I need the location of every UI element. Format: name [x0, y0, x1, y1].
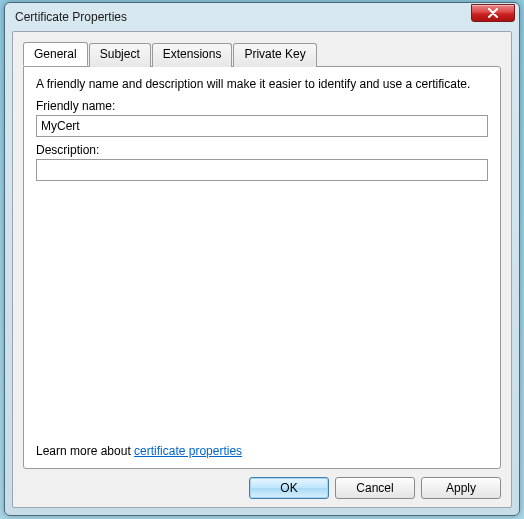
intro-text: A friendly name and description will mak…	[36, 77, 488, 91]
learn-prefix: Learn more about	[36, 444, 134, 458]
dialog-window: Certificate Properties General Subject E…	[4, 2, 520, 516]
window-title: Certificate Properties	[15, 10, 471, 24]
client-area: General Subject Extensions Private Key A…	[12, 31, 512, 508]
friendly-name-label: Friendly name:	[36, 99, 488, 113]
learn-more: Learn more about certificate properties	[36, 444, 488, 458]
tab-strip: General Subject Extensions Private Key	[23, 42, 501, 66]
apply-button[interactable]: Apply	[421, 477, 501, 499]
tab-private-key[interactable]: Private Key	[233, 43, 316, 67]
description-label: Description:	[36, 143, 488, 157]
close-button[interactable]	[471, 4, 515, 22]
description-input[interactable]	[36, 159, 488, 181]
tab-general[interactable]: General	[23, 42, 88, 66]
learn-link[interactable]: certificate properties	[134, 444, 242, 458]
title-bar: Certificate Properties	[5, 3, 519, 31]
close-icon	[487, 8, 499, 18]
ok-button[interactable]: OK	[249, 477, 329, 499]
dialog-buttons: OK Cancel Apply	[23, 477, 501, 499]
spacer	[36, 187, 488, 438]
friendly-name-input[interactable]	[36, 115, 488, 137]
tab-page-general: A friendly name and description will mak…	[23, 66, 501, 469]
cancel-button[interactable]: Cancel	[335, 477, 415, 499]
tab-subject[interactable]: Subject	[89, 43, 151, 67]
tab-extensions[interactable]: Extensions	[152, 43, 233, 67]
